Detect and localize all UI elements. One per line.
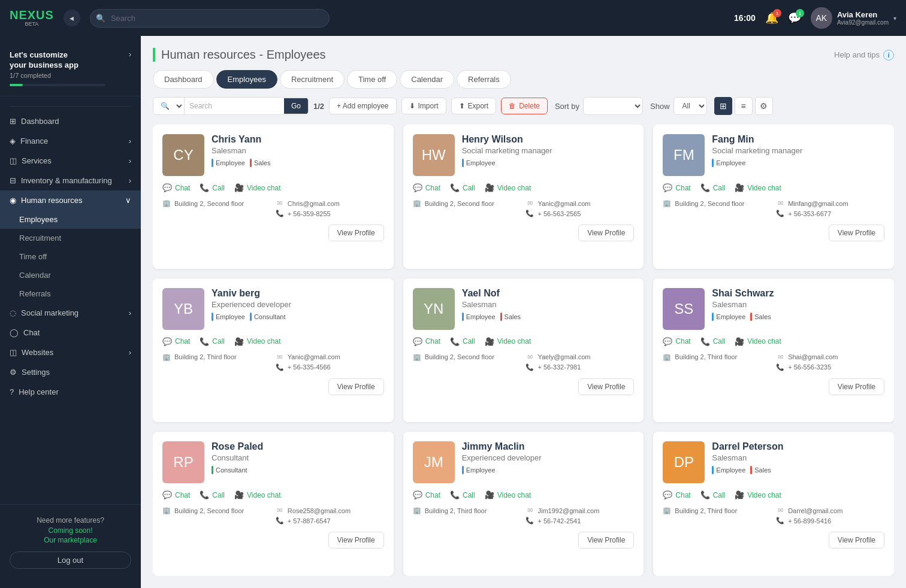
chat-action[interactable]: 💬 Chat [162,337,190,346]
sidebar-item-inventory[interactable]: ⊟ Inventory & manufacturing › [0,171,141,190]
video-icon: 🎥 [735,490,744,499]
video-chat-action[interactable]: 🎥 Video chat [485,337,531,346]
email-detail: ✉ Jim1992@gmail.com [526,507,634,514]
sidebar-item-timeoff[interactable]: Time off [0,247,141,266]
call-action[interactable]: 📞 Call [700,490,726,499]
view-profile-button[interactable]: View Profile [578,225,634,241]
sort-select[interactable] [583,97,643,115]
view-profile-button[interactable]: View Profile [328,532,384,548]
tab-recruitment[interactable]: Recruitment [280,70,345,89]
sidebar-item-finance[interactable]: ◈ Finance › [0,131,141,151]
messages-icon[interactable]: 💬 1 [788,11,801,25]
export-button[interactable]: ⬆ Export [451,98,497,114]
chat-icon: 💬 [413,337,422,346]
marketplace-link[interactable]: Our marketplace [10,536,131,544]
video-icon: 🎥 [735,183,744,192]
call-action[interactable]: 📞 Call [200,183,225,192]
add-employee-button[interactable]: + Add employee [329,98,396,114]
progress-fill [10,84,23,86]
sidebar-item-social-marketing[interactable]: ◌ Social marketing › [0,303,141,323]
video-chat-action[interactable]: 🎥 Video chat [234,337,281,346]
view-profile-button[interactable]: View Profile [578,378,634,395]
coming-soon-link[interactable]: Coming soon! [10,526,131,535]
phone-text: + 56-563-2565 [537,210,581,217]
phone-icon: 📞 [526,363,534,371]
call-action[interactable]: 📞 Call [700,183,726,192]
video-chat-action[interactable]: 🎥 Video chat [735,490,781,499]
search-filter-select[interactable]: 🔍 [153,98,185,114]
building-detail: 🏢 Building 2, Second floor [162,199,271,207]
video-chat-action[interactable]: 🎥 Video chat [735,337,781,346]
video-chat-action[interactable]: 🎥 Video chat [234,490,281,499]
call-action[interactable]: 📞 Call [200,337,225,346]
avatar: YB [162,288,204,330]
list-view-button[interactable]: ≡ [735,97,753,115]
video-chat-action[interactable]: 🎥 Video chat [234,183,281,192]
view-profile-button[interactable]: View Profile [829,378,884,395]
call-action[interactable]: 📞 Call [200,490,225,499]
grid-view-button[interactable]: ⊞ [714,97,732,115]
sidebar-item-websites[interactable]: ◫ Websites › [0,343,141,362]
view-profile-button[interactable]: View Profile [328,378,384,395]
inventory-icon: ⊟ [10,176,16,185]
phone-text: + 56-359-8255 [288,210,331,217]
call-action[interactable]: 📞 Call [450,183,475,192]
phone-detail: 📞 + 56-359-8255 [276,210,384,217]
call-icon: 📞 [200,490,209,499]
topbar-search-input[interactable] [90,9,330,28]
sidebar-item-calendar[interactable]: Calendar [0,266,141,284]
avatar: CY [162,134,204,176]
settings-view-button[interactable]: ⚙ [755,97,773,115]
notifications-icon[interactable]: 🔔 1 [765,11,778,25]
view-profile-button[interactable]: View Profile [578,532,634,548]
call-action[interactable]: 📞 Call [450,337,475,346]
view-profile-button[interactable]: View Profile [829,532,884,548]
user-menu[interactable]: AK Avia Keren Avia92@gmail.com ▾ [811,7,896,29]
card-info: Fang Min Social marketing manager Employ… [712,134,884,167]
call-action[interactable]: 📞 Call [450,490,475,499]
call-action[interactable]: 📞 Call [700,337,726,346]
chat-action[interactable]: 💬 Chat [663,183,690,192]
video-chat-action[interactable]: 🎥 Video chat [735,183,781,192]
chat-action[interactable]: 💬 Chat [413,337,440,346]
tab-employees[interactable]: Employees [216,70,277,89]
show-select[interactable]: All [674,97,707,115]
sidebar: Let's customize your business app 1/7 co… [0,36,141,588]
tab-dashboard[interactable]: Dashboard [153,70,214,89]
sidebar-toggle-button[interactable]: ◂ [64,10,80,26]
video-chat-action[interactable]: 🎥 Video chat [485,490,531,499]
sidebar-item-settings[interactable]: ⚙ Settings [0,362,141,382]
employee-role: Salesman [462,300,635,309]
view-profile-button[interactable]: View Profile [328,225,384,241]
message-badge: 1 [796,9,804,17]
view-profile-button[interactable]: View Profile [829,225,884,241]
sidebar-item-employees[interactable]: Employees [0,210,141,229]
chat-action[interactable]: 💬 Chat [162,490,190,499]
chat-action[interactable]: 💬 Chat [663,337,690,346]
chat-action[interactable]: 💬 Chat [413,490,440,499]
sidebar-item-services[interactable]: ◫ Services › [0,151,141,171]
chat-action[interactable]: 💬 Chat [162,183,190,192]
phone-detail: 📞 + 56-335-4566 [276,363,384,371]
tab-referrals[interactable]: Referrals [457,70,511,89]
tab-calendar[interactable]: Calendar [400,70,454,89]
search-input[interactable] [185,98,284,114]
sidebar-item-chat[interactable]: ◯ Chat [0,323,141,343]
sidebar-item-referrals[interactable]: Referrals [0,284,141,303]
chat-action[interactable]: 💬 Chat [413,183,440,192]
logout-button[interactable]: Log out [10,551,131,569]
help-tips-button[interactable]: Help and tips i [834,50,894,60]
call-label: Call [713,184,726,192]
tab-timeoff[interactable]: Time off [347,70,397,89]
delete-button[interactable]: 🗑 Delete [501,98,548,114]
sidebar-item-dashboard[interactable]: ⊞ Dashboard [0,111,141,131]
sidebar-item-hr[interactable]: ◉ Human resources ∨ [0,190,141,210]
chat-action[interactable]: 💬 Chat [663,490,690,499]
sidebar-item-recruitment[interactable]: Recruitment [0,229,141,247]
video-chat-action[interactable]: 🎥 Video chat [485,183,531,192]
import-button[interactable]: ⬇ Import [401,98,446,114]
sidebar-item-help[interactable]: ? Help center [0,382,141,402]
go-button[interactable]: Go [284,98,308,114]
employee-name: Darrel Peterson [712,441,884,452]
employee-tag: Consultant [212,466,247,474]
